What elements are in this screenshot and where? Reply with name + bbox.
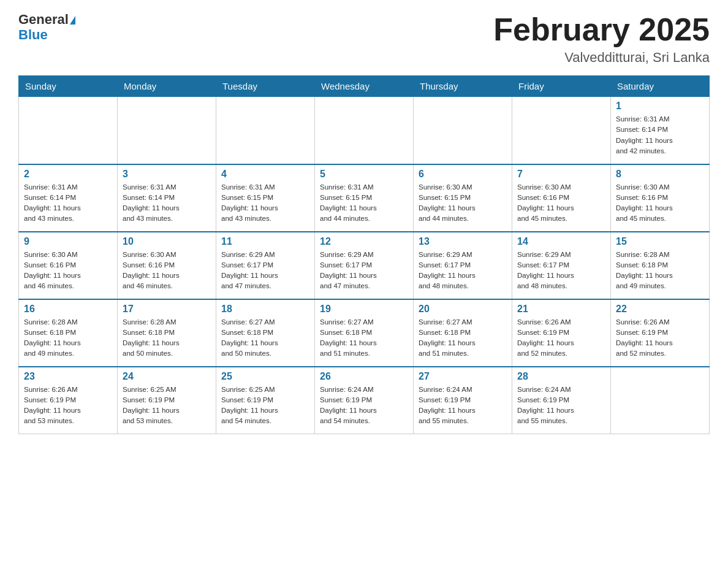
calendar-cell: 21Sunrise: 6:26 AMSunset: 6:19 PMDayligh…: [512, 299, 611, 367]
calendar-cell: 2Sunrise: 6:31 AMSunset: 6:14 PMDaylight…: [19, 164, 118, 232]
calendar-cell: [512, 97, 611, 164]
day-number: 13: [419, 236, 507, 247]
day-number: 1: [616, 101, 704, 112]
day-info: Sunrise: 6:30 AMSunset: 6:16 PMDaylight:…: [616, 182, 704, 224]
day-info: Sunrise: 6:30 AMSunset: 6:15 PMDaylight:…: [419, 182, 507, 224]
day-number: 23: [24, 371, 112, 382]
calendar-cell: 15Sunrise: 6:28 AMSunset: 6:18 PMDayligh…: [611, 232, 710, 299]
day-info: Sunrise: 6:31 AMSunset: 6:14 PMDaylight:…: [24, 182, 112, 224]
day-info: Sunrise: 6:28 AMSunset: 6:18 PMDaylight:…: [616, 250, 704, 292]
day-number: 20: [419, 304, 507, 315]
calendar-cell: 22Sunrise: 6:26 AMSunset: 6:19 PMDayligh…: [611, 299, 710, 367]
day-number: 14: [517, 236, 605, 247]
day-info: Sunrise: 6:27 AMSunset: 6:18 PMDaylight:…: [320, 317, 408, 359]
calendar-cell: 7Sunrise: 6:30 AMSunset: 6:16 PMDaylight…: [512, 164, 611, 232]
calendar-cell: 13Sunrise: 6:29 AMSunset: 6:17 PMDayligh…: [414, 232, 512, 299]
day-number: 18: [221, 304, 309, 315]
calendar-week-row: 1Sunrise: 6:31 AMSunset: 6:14 PMDaylight…: [19, 97, 710, 164]
day-of-week-header: Tuesday: [216, 76, 315, 97]
day-info: Sunrise: 6:31 AMSunset: 6:14 PMDaylight:…: [616, 114, 704, 156]
day-number: 6: [419, 169, 507, 180]
calendar-cell: 17Sunrise: 6:28 AMSunset: 6:18 PMDayligh…: [118, 299, 216, 367]
day-info: Sunrise: 6:31 AMSunset: 6:15 PMDaylight:…: [320, 182, 408, 224]
logo-triangle-icon: [70, 16, 75, 25]
day-info: Sunrise: 6:25 AMSunset: 6:19 PMDaylight:…: [221, 385, 309, 427]
day-info: Sunrise: 6:26 AMSunset: 6:19 PMDaylight:…: [517, 317, 605, 359]
calendar-cell: 24Sunrise: 6:25 AMSunset: 6:19 PMDayligh…: [118, 367, 216, 434]
calendar-cell: 26Sunrise: 6:24 AMSunset: 6:19 PMDayligh…: [315, 367, 414, 434]
day-info: Sunrise: 6:29 AMSunset: 6:17 PMDaylight:…: [320, 250, 408, 292]
calendar-cell: 14Sunrise: 6:29 AMSunset: 6:17 PMDayligh…: [512, 232, 611, 299]
day-info: Sunrise: 6:28 AMSunset: 6:18 PMDaylight:…: [123, 317, 211, 359]
calendar-cell: [118, 97, 216, 164]
day-info: Sunrise: 6:26 AMSunset: 6:19 PMDaylight:…: [616, 317, 704, 359]
day-info: Sunrise: 6:29 AMSunset: 6:17 PMDaylight:…: [221, 250, 309, 292]
day-info: Sunrise: 6:27 AMSunset: 6:18 PMDaylight:…: [221, 317, 309, 359]
calendar-cell: 23Sunrise: 6:26 AMSunset: 6:19 PMDayligh…: [19, 367, 118, 434]
day-info: Sunrise: 6:26 AMSunset: 6:19 PMDaylight:…: [24, 385, 112, 427]
day-of-week-header: Wednesday: [315, 76, 414, 97]
calendar-cell: 19Sunrise: 6:27 AMSunset: 6:18 PMDayligh…: [315, 299, 414, 367]
day-number: 25: [221, 371, 309, 382]
day-number: 7: [517, 169, 605, 180]
calendar-cell: 11Sunrise: 6:29 AMSunset: 6:17 PMDayligh…: [216, 232, 315, 299]
day-info: Sunrise: 6:30 AMSunset: 6:16 PMDaylight:…: [24, 250, 112, 292]
day-number: 12: [320, 236, 408, 247]
day-info: Sunrise: 6:30 AMSunset: 6:16 PMDaylight:…: [517, 182, 605, 224]
calendar-cell: 9Sunrise: 6:30 AMSunset: 6:16 PMDaylight…: [19, 232, 118, 299]
day-of-week-header: Friday: [512, 76, 611, 97]
calendar-cell: 20Sunrise: 6:27 AMSunset: 6:18 PMDayligh…: [414, 299, 512, 367]
calendar-cell: 6Sunrise: 6:30 AMSunset: 6:15 PMDaylight…: [414, 164, 512, 232]
calendar-cell: 16Sunrise: 6:28 AMSunset: 6:18 PMDayligh…: [19, 299, 118, 367]
day-number: 9: [24, 236, 112, 247]
day-info: Sunrise: 6:30 AMSunset: 6:16 PMDaylight:…: [123, 250, 211, 292]
day-number: 26: [320, 371, 408, 382]
day-of-week-header: Saturday: [611, 76, 710, 97]
calendar-cell: 8Sunrise: 6:30 AMSunset: 6:16 PMDaylight…: [611, 164, 710, 232]
calendar-week-row: 23Sunrise: 6:26 AMSunset: 6:19 PMDayligh…: [19, 367, 710, 434]
day-number: 8: [616, 169, 704, 180]
calendar-cell: [414, 97, 512, 164]
day-number: 27: [419, 371, 507, 382]
day-number: 10: [123, 236, 211, 247]
calendar-cell: 10Sunrise: 6:30 AMSunset: 6:16 PMDayligh…: [118, 232, 216, 299]
day-number: 28: [517, 371, 605, 382]
day-of-week-header: Thursday: [414, 76, 512, 97]
calendar-week-row: 9Sunrise: 6:30 AMSunset: 6:16 PMDaylight…: [19, 232, 710, 299]
day-info: Sunrise: 6:31 AMSunset: 6:14 PMDaylight:…: [123, 182, 211, 224]
calendar-cell: 12Sunrise: 6:29 AMSunset: 6:17 PMDayligh…: [315, 232, 414, 299]
day-number: 2: [24, 169, 112, 180]
calendar-cell: 27Sunrise: 6:24 AMSunset: 6:19 PMDayligh…: [414, 367, 512, 434]
day-of-week-header: Monday: [118, 76, 216, 97]
calendar-cell: 18Sunrise: 6:27 AMSunset: 6:18 PMDayligh…: [216, 299, 315, 367]
day-of-week-header: Sunday: [19, 76, 118, 97]
calendar-cell: 3Sunrise: 6:31 AMSunset: 6:14 PMDaylight…: [118, 164, 216, 232]
calendar-cell: 5Sunrise: 6:31 AMSunset: 6:15 PMDaylight…: [315, 164, 414, 232]
day-number: 4: [221, 169, 309, 180]
location-title: Valvedditturai, Sri Lanka: [493, 50, 710, 66]
day-info: Sunrise: 6:25 AMSunset: 6:19 PMDaylight:…: [123, 385, 211, 427]
day-number: 15: [616, 236, 704, 247]
title-block: February 2025 Valvedditturai, Sri Lanka: [493, 12, 710, 66]
day-number: 3: [123, 169, 211, 180]
calendar-cell: 25Sunrise: 6:25 AMSunset: 6:19 PMDayligh…: [216, 367, 315, 434]
calendar-cell: 4Sunrise: 6:31 AMSunset: 6:15 PMDaylight…: [216, 164, 315, 232]
page-header: General Blue February 2025 Valveddittura…: [18, 12, 710, 66]
day-info: Sunrise: 6:29 AMSunset: 6:17 PMDaylight:…: [419, 250, 507, 292]
month-title: February 2025: [493, 12, 710, 47]
days-header-row: SundayMondayTuesdayWednesdayThursdayFrid…: [19, 76, 710, 97]
calendar-cell: 28Sunrise: 6:24 AMSunset: 6:19 PMDayligh…: [512, 367, 611, 434]
day-number: 21: [517, 304, 605, 315]
logo-line1: General: [18, 12, 75, 27]
calendar-cell: [611, 367, 710, 434]
day-info: Sunrise: 6:24 AMSunset: 6:19 PMDaylight:…: [419, 385, 507, 427]
day-number: 17: [123, 304, 211, 315]
day-number: 19: [320, 304, 408, 315]
day-number: 5: [320, 169, 408, 180]
calendar-cell: [19, 97, 118, 164]
calendar-week-row: 16Sunrise: 6:28 AMSunset: 6:18 PMDayligh…: [19, 299, 710, 367]
calendar-cell: [315, 97, 414, 164]
day-number: 22: [616, 304, 704, 315]
day-info: Sunrise: 6:31 AMSunset: 6:15 PMDaylight:…: [221, 182, 309, 224]
day-number: 11: [221, 236, 309, 247]
